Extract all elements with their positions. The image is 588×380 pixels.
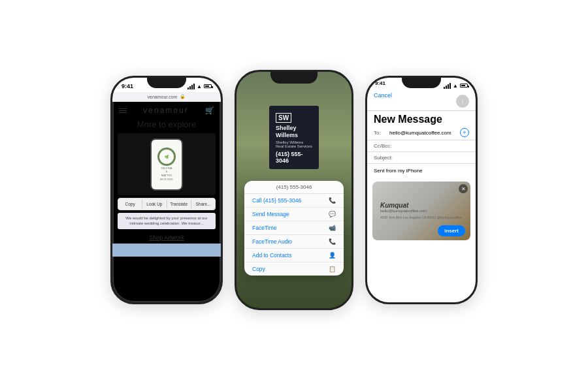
center-notch — [270, 72, 318, 84]
wifi-icon: ▲ — [197, 84, 202, 89]
message-body[interactable]: Sent from my iPhone — [367, 164, 476, 178]
card-brand: Kumquat — [380, 202, 463, 209]
shop-artwork-button[interactable]: Shop Artwork — [112, 232, 221, 244]
to-label: To: — [374, 130, 387, 136]
card-content: Kumquat hello@kumquatcoffee.com 4938 Yor… — [372, 197, 470, 225]
right-phone-wrapper: 9:41 ▲ — [365, 76, 478, 304]
to-field: To: hello@kumquatcoffee.com + — [367, 125, 476, 140]
right-wifi-icon: ▲ — [453, 83, 458, 89]
send-button[interactable]: ↑ — [456, 95, 469, 108]
business-card-preview: Kumquat hello@kumquatcoffee.com 4938 Yor… — [372, 182, 470, 240]
contacts-icon: 👤 — [329, 252, 336, 259]
cc-label: Cc/Bcc: — [374, 143, 392, 149]
hamburger-icon[interactable] — [119, 108, 127, 113]
sign-name: Shelley Willems — [276, 125, 312, 139]
blue-decorative-strip — [112, 244, 221, 257]
battery-icon — [204, 84, 212, 88]
venamour-logo: venamour — [143, 106, 188, 115]
context-translate[interactable]: Translate — [167, 200, 191, 208]
left-browser-bar[interactable]: venamour.com 🔒 — [112, 92, 221, 102]
wedding-wreath: 🌿 — [157, 148, 176, 166]
context-share[interactable]: Share... — [191, 200, 215, 208]
to-add-button[interactable]: + — [460, 128, 469, 137]
venamour-product-box: 🌿 DELFINA&MATTEO 08.31.2021 — [118, 133, 216, 195]
subject-label: Subject: — [374, 155, 393, 161]
call-icon: 📞 — [329, 197, 336, 204]
phone-popup-menu[interactable]: (415) 555-3046 Call (415) 555-3046 📞 Sen… — [244, 181, 344, 276]
facetime-audio-icon: 📞 — [329, 238, 336, 245]
left-phone-wrapper: 9:41 ▲ venamour.com 🔒 — [110, 76, 223, 304]
phones-container: 9:41 ▲ venamour.com 🔒 — [97, 57, 491, 323]
insert-button[interactable]: insert — [438, 225, 465, 236]
left-nav: venamour 🛒 — [112, 102, 221, 117]
signal-icon — [188, 84, 195, 89]
left-status-time: 9:41 — [122, 83, 133, 89]
card-address: 4938 York Blvd Los Angeles CA 90042 @kum… — [380, 215, 463, 220]
right-screen: 9:41 ▲ — [367, 78, 476, 302]
building-area: SW Shelley Willems Shelley Willems Real … — [237, 86, 351, 169]
message-header-bar: Cancel ↑ — [367, 91, 476, 111]
popup-message[interactable]: Send Message 💬 — [244, 208, 344, 221]
popup-header: (415) 555-3046 — [244, 181, 344, 194]
left-notch — [147, 78, 186, 88]
wedding-card-date: 08.31.2021 — [160, 178, 173, 181]
inner-phone-frame: 🌿 DELFINA&MATTEO 08.31.2021 — [150, 138, 183, 191]
to-value[interactable]: hello@kumquatcoffee.com — [389, 130, 460, 136]
left-context-menu[interactable]: Copy Look Up Translate Share... — [118, 198, 216, 210]
sign-phone: (415) 555-3046 — [276, 151, 312, 164]
copy-icon: 📋 — [329, 266, 336, 272]
left-phone: 9:41 ▲ venamour.com 🔒 — [110, 76, 223, 304]
invitation-text: We would be delighted by your presence a… — [118, 213, 216, 229]
context-lookup[interactable]: Look Up — [142, 200, 167, 208]
venamour-heading: More to explore — [112, 117, 221, 133]
subject-field: Subject: — [367, 152, 476, 164]
right-signal-icon — [444, 83, 451, 89]
message-icon: 💬 — [329, 211, 336, 217]
right-phone: 9:41 ▲ — [365, 76, 478, 304]
right-status-icons: ▲ — [444, 80, 468, 91]
right-status-time: 9:41 — [375, 80, 385, 91]
popup-call[interactable]: Call (415) 555-3046 📞 — [244, 194, 344, 208]
right-notch — [402, 78, 441, 88]
real-estate-sign: SW Shelley Willems Shelley Willems Real … — [269, 106, 319, 169]
card-email: hello@kumquatcoffee.com — [380, 209, 463, 213]
cart-icon[interactable]: 🛒 — [205, 106, 214, 115]
wedding-card: 🌿 DELFINA&MATTEO 08.31.2021 — [152, 140, 181, 189]
right-battery-icon — [460, 84, 468, 87]
message-title: New Message — [367, 111, 476, 125]
center-phone-wrapper: SW Shelley Willems Shelley Willems Real … — [235, 70, 353, 310]
card-close-button[interactable]: ✕ — [459, 184, 468, 193]
sign-initials: SW — [276, 113, 291, 123]
wedding-card-names: DELFINA&MATTEO — [161, 166, 172, 177]
cc-field: Cc/Bcc: — [367, 140, 476, 152]
popup-add-contacts[interactable]: Add to Contacts 👤 — [244, 249, 344, 262]
popup-facetime-audio[interactable]: FaceTime Audio 📞 — [244, 235, 344, 249]
popup-copy[interactable]: Copy 📋 — [244, 262, 344, 276]
sign-subtitle: Shelley Willems Real Estate Services — [276, 140, 312, 148]
context-copy[interactable]: Copy — [118, 200, 142, 208]
center-screen: SW Shelley Willems Shelley Willems Real … — [237, 72, 351, 308]
left-status-icons: ▲ — [188, 84, 212, 89]
popup-facetime[interactable]: FaceTime 📹 — [244, 221, 344, 235]
facetime-icon: 📹 — [329, 225, 336, 231]
browser-url: venamour.com — [148, 95, 178, 99]
cancel-button[interactable]: Cancel — [374, 92, 392, 99]
center-phone: SW Shelley Willems Shelley Willems Real … — [235, 70, 353, 310]
